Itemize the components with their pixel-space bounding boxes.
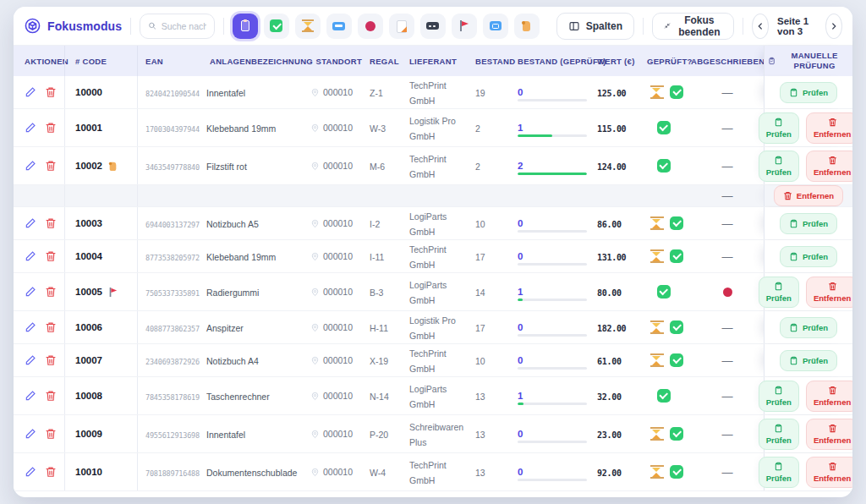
checked-count-input[interactable]: 0 xyxy=(518,467,523,477)
edit-row-button[interactable] xyxy=(25,286,36,298)
prev-page-button[interactable] xyxy=(752,14,770,39)
item-wert: 125.00 xyxy=(597,89,626,98)
check-progress-bar xyxy=(518,99,587,101)
entfernen-button[interactable]: Entfernen xyxy=(806,151,852,182)
filter-check-button[interactable] xyxy=(264,14,289,39)
trash-icon xyxy=(45,354,57,366)
columns-button[interactable]: Spalten xyxy=(556,13,634,40)
delete-row-button[interactable] xyxy=(45,428,57,440)
item-wert: 92.00 xyxy=(597,468,622,478)
pending-hourglass-icon xyxy=(650,427,664,441)
filter-memo-button[interactable] xyxy=(389,14,414,39)
checked-count-input[interactable]: 0 xyxy=(518,355,523,365)
item-lieferant: Logistik Pro GmbH xyxy=(409,315,456,341)
item-code: 10008 xyxy=(75,391,102,401)
edit-row-button[interactable] xyxy=(25,466,36,478)
clipboard-icon xyxy=(774,282,783,291)
checked-count-input[interactable]: 0 xyxy=(518,218,523,228)
exit-focus-button[interactable]: Fokus beenden xyxy=(652,13,734,40)
checked-icon xyxy=(670,320,683,334)
search-input[interactable] xyxy=(162,21,207,31)
checked-count-input[interactable]: 1 xyxy=(518,391,523,401)
item-bestand: 2 xyxy=(475,123,480,134)
edit-row-button[interactable] xyxy=(25,321,36,333)
edit-row-button[interactable] xyxy=(25,217,36,229)
checked-count-input[interactable]: 2 xyxy=(518,161,523,171)
delete-row-button[interactable] xyxy=(45,321,57,333)
search-box[interactable] xyxy=(140,14,216,39)
hourglass-icon xyxy=(302,19,314,32)
check-progress-bar xyxy=(518,441,587,443)
edit-row-button[interactable] xyxy=(25,428,36,440)
pruefen-button[interactable]: Prüfen xyxy=(780,317,837,338)
checked-count-input[interactable]: 0 xyxy=(518,322,523,332)
pruefen-button[interactable]: Prüfen xyxy=(759,457,799,488)
pin-icon xyxy=(310,430,320,439)
pruefen-button[interactable]: Prüfen xyxy=(780,213,837,234)
delete-row-button[interactable] xyxy=(45,286,57,298)
pruefen-button[interactable]: Prüfen xyxy=(780,246,837,267)
pencil-icon xyxy=(25,354,36,366)
filter-flag-button[interactable] xyxy=(452,14,477,39)
filter-film-button[interactable] xyxy=(420,14,446,39)
pruefen-button[interactable]: Prüfen xyxy=(759,277,799,308)
edit-row-button[interactable] xyxy=(25,390,36,402)
pruefen-button[interactable]: Prüfen xyxy=(759,381,799,412)
entfernen-button[interactable]: Entfernen xyxy=(806,381,852,412)
columns-icon xyxy=(568,20,580,32)
filter-card-button[interactable] xyxy=(326,14,352,39)
filter-scroll-button[interactable] xyxy=(514,14,540,39)
delete-row-button[interactable] xyxy=(45,217,57,229)
clipboard-icon xyxy=(238,19,251,32)
collapse-icon xyxy=(664,20,671,31)
checked-count-input[interactable]: 1 xyxy=(518,123,523,133)
col-ean: EAN xyxy=(138,57,199,66)
edit-row-button[interactable] xyxy=(25,354,36,366)
entfernen-button[interactable]: Entfernen xyxy=(806,457,852,488)
pruefen-button[interactable]: Prüfen xyxy=(780,82,837,103)
pending-hourglass-icon xyxy=(650,85,664,99)
delete-row-button[interactable] xyxy=(45,390,57,402)
entfernen-button[interactable]: Entfernen xyxy=(806,112,852,144)
item-wert: 86.00 xyxy=(597,220,622,229)
pruefen-button[interactable]: Prüfen xyxy=(759,151,799,182)
delete-row-button[interactable] xyxy=(45,354,57,366)
manual-check-cell: Prüfen Entfernen xyxy=(764,185,852,206)
pencil-icon xyxy=(25,217,36,229)
delete-row-button[interactable] xyxy=(45,250,57,262)
edit-row-button[interactable] xyxy=(25,160,36,172)
focus-mode-panel: Fokusmodus Spalten Fokus beenden Seite 1… xyxy=(14,7,852,497)
edit-row-button[interactable] xyxy=(25,250,36,262)
checked-count-input[interactable]: 1 xyxy=(518,287,523,297)
item-lieferant: LogiParts GmbH xyxy=(409,280,447,305)
pruefen-button[interactable]: Prüfen xyxy=(759,112,799,144)
entfernen-button[interactable]: Entfernen xyxy=(774,185,843,206)
pruefen-button[interactable]: Prüfen xyxy=(759,419,799,450)
entfernen-button[interactable]: Entfernen xyxy=(806,419,852,450)
filter-dot-button[interactable] xyxy=(358,14,383,39)
edit-row-button[interactable] xyxy=(25,122,36,134)
delete-row-button[interactable] xyxy=(45,86,57,98)
delete-row-button[interactable] xyxy=(45,122,57,134)
filter-frame-button[interactable] xyxy=(483,14,508,39)
item-standort: 000010 xyxy=(323,161,353,171)
checked-count-input[interactable]: 0 xyxy=(518,87,523,97)
item-lieferant: Schreibwaren Plus xyxy=(409,422,463,447)
filter-hourglass-button[interactable] xyxy=(295,14,321,39)
checked-count-input[interactable]: 0 xyxy=(518,429,523,439)
pin-icon xyxy=(310,57,313,66)
pruefen-button[interactable]: Prüfen xyxy=(780,350,837,371)
table-row: 10009 4955612913698 Innentafel 000010 P-… xyxy=(14,415,852,453)
item-lieferant: Logistik Pro GmbH xyxy=(409,116,456,141)
item-wert: 115.00 xyxy=(597,124,626,134)
checked-count-input[interactable]: 0 xyxy=(518,251,523,261)
edit-row-button[interactable] xyxy=(25,86,36,98)
delete-row-button[interactable] xyxy=(45,160,57,172)
entfernen-button[interactable]: Entfernen xyxy=(806,277,852,308)
filter-clipboard-button[interactable] xyxy=(233,14,258,39)
next-page-button[interactable] xyxy=(825,14,843,39)
col-aktionen: AKTIONEN xyxy=(14,57,64,66)
abgeschrieben-dash: — xyxy=(722,390,733,403)
trash-icon xyxy=(45,250,57,262)
delete-row-button[interactable] xyxy=(45,466,57,478)
